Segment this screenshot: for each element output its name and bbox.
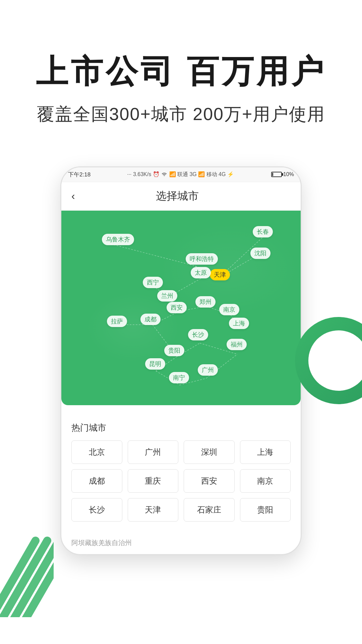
app-header: ‹ 选择城市 [61,182,301,211]
city-shanghai[interactable]: 上海 [229,318,249,329]
popular-section: 热门城市 北京 广州 深圳 上海 成都 重庆 西安 南京 长沙 天津 石家庄 贵… [61,415,301,532]
deco-circle [295,317,362,404]
city-btn-shijiazhuang[interactable]: 石家庄 [184,498,235,522]
bottom-text: 阿坝藏族羌族自治州 [61,532,301,554]
city-xining[interactable]: 西宁 [143,277,163,288]
city-changchun[interactable]: 长春 [253,226,273,237]
city-btn-guiyang[interactable]: 贵阳 [240,498,291,522]
city-btn-beijing[interactable]: 北京 [71,440,122,464]
city-chengdu[interactable]: 成都 [140,314,161,325]
city-shenyang[interactable]: 沈阳 [250,248,270,259]
status-bar: 下午2:18 ··· 3.63K/s ⏰ 📶 联通 3G 📶 移动 4G ⚡ 1… [61,167,301,182]
phone-mockup: 下午2:18 ··· 3.63K/s ⏰ 📶 联通 3G 📶 移动 4G ⚡ 1… [60,166,302,555]
city-lanzhou[interactable]: 兰州 [157,290,177,302]
city-taiyuan[interactable]: 太原 [191,267,211,278]
city-changsha[interactable]: 长沙 [188,329,208,340]
map-container[interactable]: 乌鲁木齐 呼和浩特 天津 长春 沈阳 西宁 兰州 太原 西安 郑州 南京 上海 … [61,211,301,405]
city-btn-tianjin[interactable]: 天津 [128,498,179,522]
city-btn-nanjing[interactable]: 南京 [240,469,291,493]
app-title: 选择城市 [82,189,273,204]
city-tianjin-selected[interactable]: 天津 [210,269,230,280]
city-zhengzhou[interactable]: 郑州 [195,296,216,308]
city-btn-shanghai[interactable]: 上海 [240,440,291,464]
main-title: 上市公司 百万用户 [27,54,335,89]
status-time: 下午2:18 [68,171,90,178]
subtitle: 覆盖全国300+城市 200万+用户使用 [27,103,335,126]
city-btn-shenzhen[interactable]: 深圳 [184,440,235,464]
city-btn-chengdu[interactable]: 成都 [71,469,122,493]
city-guangzhou[interactable]: 广州 [198,364,218,376]
city-btn-changsha[interactable]: 长沙 [71,498,122,522]
back-button[interactable]: ‹ [71,190,75,202]
city-xian[interactable]: 西安 [167,302,187,313]
city-grid: 北京 广州 深圳 上海 成都 重庆 西安 南京 长沙 天津 石家庄 贵阳 [71,440,291,522]
city-huhhot[interactable]: 呼和浩特 [186,253,218,265]
popular-title: 热门城市 [71,422,291,434]
phone-section: 下午2:18 ··· 3.63K/s ⏰ 📶 联通 3G 📶 移动 4G ⚡ 1… [0,166,362,555]
city-kunming[interactable]: 昆明 [145,358,165,370]
svg-line-0 [105,243,195,266]
city-lhasa[interactable]: 拉萨 [107,316,127,327]
city-btn-guangzhou[interactable]: 广州 [128,440,179,464]
city-btn-xian[interactable]: 西安 [184,469,235,493]
city-nanjing[interactable]: 南京 [219,304,239,315]
deco-stripes [0,530,54,617]
city-nanning[interactable]: 南宁 [169,372,189,383]
hero-section: 上市公司 百万用户 覆盖全国300+城市 200万+用户使用 [0,0,362,146]
city-fuzhou[interactable]: 福州 [227,339,247,350]
city-urumqi[interactable]: 乌鲁木齐 [102,234,134,245]
city-guiyang[interactable]: 贵阳 [164,345,184,356]
status-battery: 10% [270,171,294,177]
status-network-info: ··· 3.63K/s ⏰ 📶 联通 3G 📶 移动 4G ⚡ [127,171,234,178]
city-btn-chongqing[interactable]: 重庆 [128,469,179,493]
